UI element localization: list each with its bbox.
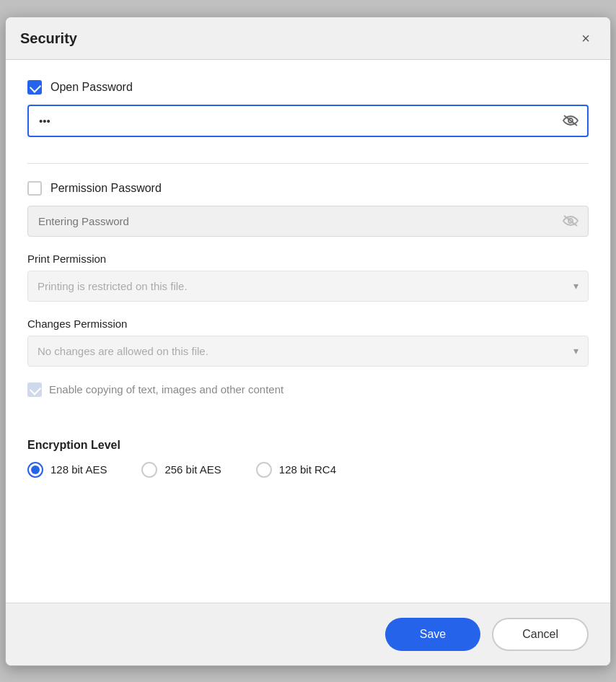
radio-label-256aes: 256 bit AES xyxy=(164,463,221,476)
permission-password-label[interactable]: Permission Password xyxy=(50,182,162,195)
dialog-header: Security × xyxy=(6,17,610,60)
permission-fields: Print Permission ▾ Printing is restricte… xyxy=(27,253,589,397)
dialog-title: Security xyxy=(20,30,77,47)
encryption-section: Encryption Level 128 bit AES 256 bit AES… xyxy=(27,439,589,478)
encryption-radio-group: 128 bit AES 256 bit AES 128 bit RC4 xyxy=(27,462,589,478)
radio-input-128rc4[interactable] xyxy=(256,462,272,478)
permission-password-row: Permission Password xyxy=(27,181,589,196)
save-button[interactable]: Save xyxy=(385,618,480,651)
radio-128aes[interactable]: 128 bit AES xyxy=(27,462,107,478)
open-password-row: Open Password xyxy=(27,80,589,95)
enable-copy-label: Enable copying of text, images and other… xyxy=(49,383,283,395)
radio-label-128aes: 128 bit AES xyxy=(50,463,107,476)
open-password-section: Open Password xyxy=(27,80,589,137)
changes-permission-label: Changes Permission xyxy=(27,318,589,330)
permission-password-checkbox[interactable] xyxy=(27,181,42,196)
radio-128rc4[interactable]: 128 bit RC4 xyxy=(256,462,336,478)
radio-label-128rc4: 128 bit RC4 xyxy=(279,463,336,476)
open-password-label[interactable]: Open Password xyxy=(50,81,133,94)
section-divider xyxy=(27,163,589,164)
dialog-body: Open Password Permission Password xyxy=(6,60,610,603)
changes-permission-wrapper: Changes Permission ▾ No changes are allo… xyxy=(27,318,589,367)
eye-closed-icon-2 xyxy=(563,215,578,227)
permission-password-toggle xyxy=(563,215,578,227)
radio-input-128aes[interactable] xyxy=(27,462,43,478)
open-password-toggle[interactable] xyxy=(563,115,578,126)
security-dialog: Security × Open Password xyxy=(5,17,611,666)
open-password-input[interactable] xyxy=(27,105,589,137)
permission-password-input xyxy=(27,206,589,237)
print-permission-select-wrapper: ▾ Printing is restricted on this file. xyxy=(27,271,589,302)
dialog-footer: Save Cancel xyxy=(6,603,610,665)
print-permission-wrapper: Print Permission ▾ Printing is restricte… xyxy=(27,253,589,302)
encryption-title: Encryption Level xyxy=(27,439,589,452)
permission-password-input-wrapper xyxy=(27,206,589,237)
radio-input-256aes[interactable] xyxy=(141,462,157,478)
cancel-button[interactable]: Cancel xyxy=(492,618,589,651)
open-password-input-wrapper xyxy=(27,105,589,137)
permission-password-section: Permission Password Print Permission xyxy=(27,181,589,419)
eye-closed-icon xyxy=(563,115,578,126)
open-password-checkbox[interactable] xyxy=(27,80,42,95)
changes-permission-select-wrapper: ▾ No changes are allowed on this file. xyxy=(27,336,589,367)
radio-256aes[interactable]: 256 bit AES xyxy=(141,462,221,478)
print-permission-label: Print Permission xyxy=(27,253,589,265)
close-button[interactable]: × xyxy=(576,29,596,49)
changes-permission-select xyxy=(27,336,589,367)
enable-copy-row: Enable copying of text, images and other… xyxy=(27,382,589,397)
print-permission-select xyxy=(27,271,589,302)
enable-copy-checkbox xyxy=(27,382,42,397)
